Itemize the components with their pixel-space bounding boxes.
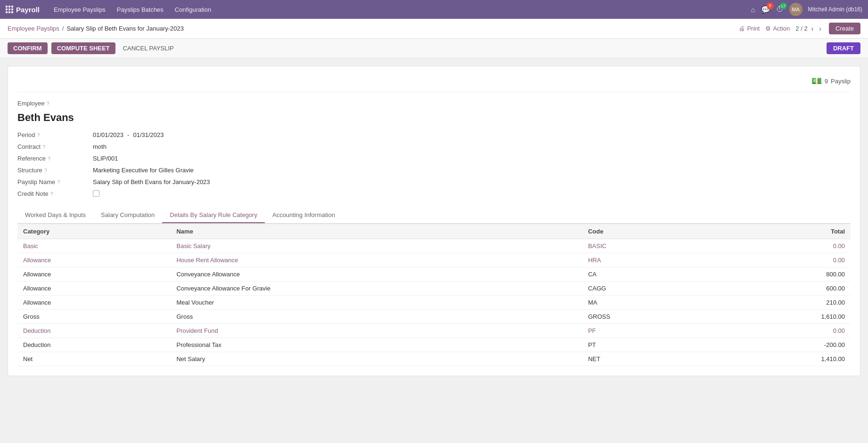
nav-employee-payslips[interactable]: Employee Payslips [49,4,110,15]
period-dash: - [127,131,129,138]
row-category[interactable]: Allowance [17,253,171,267]
table-row: AllowanceHouse Rent AllowanceHRA0.00 [17,253,851,267]
breadcrumb-parent[interactable]: Employee Payslips [8,25,59,32]
period-from: 01/01/2023 [93,131,123,138]
contract-help-icon: ? [42,144,45,150]
row-name[interactable]: Basic Salary [171,239,582,253]
row-code: CA [582,267,713,282]
payslip-name-help-icon: ? [57,179,60,185]
payslip-count-bar: 💵 9 Payslip [17,76,851,92]
chat-badge: 5 [767,2,774,9]
brand-label: Payroll [16,6,40,14]
row-code: CAGG [582,282,713,296]
reference-label: Reference ? [17,155,93,162]
row-code[interactable]: HRA [582,253,713,267]
form-section: Employee ? Beth Evans Period ? 01/01/202… [17,100,851,198]
tab-accounting[interactable]: Accounting Information [265,208,343,223]
row-name: Conveyance Allowance For Gravie [171,282,582,296]
credit-note-checkbox[interactable] [93,190,99,198]
tabs: Worked Days & Inputs Salary Computation … [17,208,851,224]
contract-value: moth [93,143,106,150]
row-category[interactable]: Deduction [17,324,171,338]
table-row: DeductionProfessional TaxPT-200.00 [17,338,851,352]
row-total: 210.00 [713,296,851,310]
avatar[interactable]: MA [789,3,802,16]
row-total: 0.00 [713,324,851,338]
row-code[interactable]: PF [582,324,713,338]
row-total: 0.00 [713,239,851,253]
row-total: 1,410.00 [713,352,851,366]
header-actions: 🖨 Print ⚙ Action 2 / 2 ‹ › Create [739,23,860,34]
cancel-payslip-button[interactable]: CANCEL PAYSLIP [119,42,178,54]
row-category[interactable]: Basic [17,239,171,253]
row-total: -200.00 [713,338,851,352]
table-row: AllowanceConveyance AllowanceCA800.00 [17,267,851,282]
period-help-icon: ? [37,132,40,138]
breadcrumb-separator: / [62,25,64,32]
period-label: Period ? [17,131,93,138]
row-code: MA [582,296,713,310]
row-category: Allowance [17,267,171,282]
payslip-card: 💵 9 Payslip Employee ? Beth Evans Period… [8,66,860,376]
employee-name: Beth Evans [17,112,851,124]
timer-icon[interactable]: ⏱ 17 [776,5,784,14]
table-row: AllowanceMeal VoucherMA210.00 [17,296,851,310]
chat-icon[interactable]: 💬 5 [761,5,770,14]
compute-button[interactable]: COMPUTE SHEET [51,42,115,54]
navbar: Payroll Employee Payslips Payslips Batch… [0,0,868,19]
col-code: Code [582,224,713,239]
contract-label: Contract ? [17,143,93,150]
draft-button[interactable]: DRAFT [827,42,860,54]
row-code: GROSS [582,310,713,324]
page-header: Employee Payslips / Salary Slip of Beth … [0,19,868,39]
next-button[interactable]: › [817,24,823,33]
row-name[interactable]: House Rent Allowance [171,253,582,267]
employee-row: Employee ? [17,100,851,107]
row-total: 1,610.00 [713,310,851,324]
user-label: Mitchell Admin (db16) [808,6,862,13]
row-category: Net [17,352,171,366]
payslip-count-label: Payslip [831,78,851,85]
row-total: 0.00 [713,253,851,267]
row-category: Deduction [17,338,171,352]
row-total: 800.00 [713,267,851,282]
tab-details-by-rule[interactable]: Details By Salary Rule Category [162,208,265,223]
row-code: NET [582,352,713,366]
row-name: Professional Tax [171,338,582,352]
tab-worked-days[interactable]: Worked Days & Inputs [17,208,93,223]
row-name: Net Salary [171,352,582,366]
navbar-right: ⌂ 💬 5 ⏱ 17 MA Mitchell Admin (db16) [751,3,862,16]
row-code[interactable]: BASIC [582,239,713,253]
print-button[interactable]: 🖨 Print [739,25,760,32]
table-row: GrossGrossGROSS1,610.00 [17,310,851,324]
row-code: PT [582,338,713,352]
nav-payslips-batches[interactable]: Payslips Batches [112,4,168,15]
home-icon[interactable]: ⌂ [751,6,755,14]
grid-icon [6,6,13,13]
row-category: Allowance [17,282,171,296]
action-button[interactable]: ⚙ Action [765,25,790,32]
timer-badge: 17 [780,2,787,9]
col-total: Total [713,224,851,239]
nav-configuration[interactable]: Configuration [170,4,216,15]
tab-salary-computation[interactable]: Salary Computation [93,208,162,223]
confirm-button[interactable]: CONFIRM [8,42,48,54]
salary-rule-table: Category Name Code Total BasicBasic Sala… [17,224,851,366]
payslip-name-value: Salary Slip of Beth Evans for January-20… [93,178,210,185]
payslip-count-number: 9 [825,78,828,85]
prev-button[interactable]: ‹ [810,24,816,33]
row-name[interactable]: Provident Fund [171,324,582,338]
credit-note-checkbox-box[interactable] [93,190,99,197]
payslip-name-row: Payslip Name ? Salary Slip of Beth Evans… [17,178,851,185]
row-category: Allowance [17,296,171,310]
row-name: Conveyance Allowance [171,267,582,282]
pagination-text: 2 / 2 [795,25,807,32]
breadcrumb-current: Salary Slip of Beth Evans for January-20… [66,25,184,32]
col-name: Name [171,224,582,239]
app-brand[interactable]: Payroll [6,6,40,14]
structure-help-icon: ? [44,168,47,173]
period-value: 01/01/2023 - 01/31/2023 [93,131,164,138]
table-row: DeductionProvident FundPF0.00 [17,324,851,338]
breadcrumb: Employee Payslips / Salary Slip of Beth … [8,25,184,32]
create-button[interactable]: Create [829,23,860,34]
